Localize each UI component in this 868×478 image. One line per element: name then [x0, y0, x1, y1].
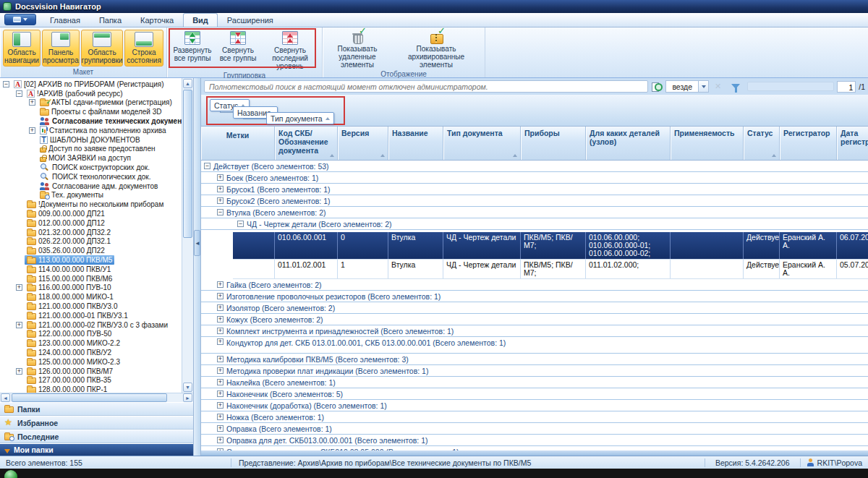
tab-0[interactable]: Главная: [41, 13, 90, 27]
tab-4[interactable]: Расширения: [218, 13, 283, 27]
ribbon-button-collapse-last-level[interactable]: Свернуть последний уровень: [261, 30, 319, 72]
tree-item[interactable]: 009.00.00.000 ДП21: [0, 209, 182, 218]
collapse-icon[interactable]: −: [16, 90, 22, 97]
column-header-2[interactable]: Версия: [338, 127, 388, 160]
expand-icon[interactable]: +: [16, 368, 22, 375]
tree-item[interactable]: ПОИСК конструкторских док.: [0, 163, 182, 172]
ribbon-button-layout-grouping-pane[interactable]: Область группировки: [81, 30, 123, 67]
column-header-7[interactable]: Применяемость: [671, 127, 744, 160]
tree-item[interactable]: 012.00.00.000 ДП12: [0, 218, 182, 228]
search-document-icon[interactable]: [651, 82, 663, 92]
expand-icon[interactable]: +: [217, 414, 224, 420]
tree-item-body[interactable]: 115.00.00.000 ПКВ/М6: [25, 274, 114, 283]
expand-icon[interactable]: +: [217, 379, 224, 385]
column-header-6[interactable]: Для каких деталей (узлов): [586, 127, 671, 160]
ribbon-button-expand-all-groups[interactable]: Развернуть все группы: [170, 30, 215, 64]
collapse-panel-arrow[interactable]: ◄: [194, 230, 200, 256]
tree-item[interactable]: 127.00.00.000 ПКВ-35: [0, 376, 182, 385]
tree-item[interactable]: Согласование технических документов(3: [0, 116, 182, 126]
group-row[interactable]: +Комплект инструмента и принадлежностей …: [201, 325, 868, 337]
tree-item[interactable]: Тех. документы: [0, 191, 182, 200]
expand-icon[interactable]: +: [217, 186, 224, 192]
tab-2[interactable]: Карточка: [131, 13, 183, 27]
tree-item[interactable]: МОИ ЗАЯВКИ на доступ: [0, 153, 182, 163]
tree-item-body[interactable]: 035.26.00.000 ДП22: [25, 246, 107, 255]
tree-item-body[interactable]: 118.00.00.000 МИКО-1: [25, 292, 116, 302]
tree-item[interactable]: Проекты с файлами моделей 3D: [0, 107, 182, 116]
tree-item-body[interactable]: ПОИСК конструкторских док.: [38, 163, 152, 172]
tree-item-body[interactable]: 126.00.00.000 ПКВ/М7: [25, 367, 115, 376]
tree-item-body[interactable]: !Документы по нескольким приборам: [25, 200, 166, 209]
tree-item[interactable]: 113.00.00.000 ПКВ/М5: [0, 255, 182, 265]
group-row[interactable]: +Изолятор (Всего элементов: 2): [201, 302, 868, 314]
group-row[interactable]: +Методика проверки плат индикации (Всего…: [201, 365, 868, 377]
group-row[interactable]: +Кожух (Всего элементов: 2): [201, 314, 868, 325]
ribbon-button-show-deleted-items[interactable]: ✓Показывать удаленные элементы: [326, 30, 389, 70]
tree-item-body[interactable]: 009.00.00.000 ДП21: [25, 209, 107, 218]
group-row[interactable]: +Оправка для наконечника СКБ010.08.05.00…: [201, 446, 868, 456]
tree-item-body[interactable]: Согласование технических документов(3: [38, 116, 182, 126]
tree-item-body[interactable]: 012.00.00.000 ДП12: [25, 218, 107, 228]
tree-item-body[interactable]: Доступ по заявке предоставлен: [38, 145, 158, 154]
tree-item-body[interactable]: 121.00.00.000-01 ПКВ/У3.1: [25, 311, 130, 320]
tab-3[interactable]: Вид: [183, 13, 218, 27]
tree-item-body[interactable]: 113.00.00.000 ПКВ/М5: [25, 255, 114, 265]
tree-item[interactable]: TШАБЛОНЫ ДОКУМЕНТОВ: [0, 135, 182, 145]
expand-icon[interactable]: +: [217, 281, 224, 288]
collapse-icon[interactable]: −: [3, 81, 9, 88]
tree-item[interactable]: +116.00.00.000 ПУВ-10: [0, 283, 182, 293]
group-row[interactable]: +Оправка (Всего элементов: 1): [201, 423, 868, 435]
scroll-left-arrow[interactable]: ◄: [1, 393, 10, 402]
group-row[interactable]: +Наконечник (Всего элементов: 5): [201, 388, 868, 400]
tree-item-body[interactable]: 121.00.00.000-02 ПКВ/У3.0 с 3 фазами: [25, 320, 170, 330]
scrollbar-thumb[interactable]: [183, 90, 192, 238]
group-row[interactable]: +Оправка для дет. СКБ013.00.00.001 (Всег…: [201, 435, 868, 446]
tree-item-body[interactable]: АКТЫ сдачи-приемки (регистрация): [38, 98, 174, 108]
document-row[interactable]: 010.06.00.0010ВтулкаЧД - Чертеж деталиПК…: [233, 232, 868, 260]
column-header-10[interactable]: Дата регистрации: [837, 127, 868, 160]
group-row[interactable]: −Втулка (Всего элементов: 2): [201, 207, 868, 218]
column-header-5[interactable]: Приборы: [521, 127, 586, 160]
tree-item[interactable]: 122.00.00.000 ПУВ-50: [0, 330, 182, 339]
group-row[interactable]: +Ножка (Всего элементов: 1): [201, 411, 868, 423]
tree-item[interactable]: 125.00.00.000 МИКО-2.3: [0, 357, 182, 367]
collapse-icon[interactable]: −: [237, 221, 244, 227]
column-header-0[interactable]: Метки: [201, 127, 275, 160]
group-row[interactable]: +Изготовление проволочных резисторов (Вс…: [201, 291, 868, 302]
tree-item-body[interactable]: 114.00.00.000 ПКВ/У1: [25, 265, 113, 274]
clear-search-icon[interactable]: ✕: [712, 82, 724, 91]
expand-icon[interactable]: +: [217, 367, 224, 374]
nav-button-0[interactable]: Папки: [0, 402, 193, 416]
expand-icon[interactable]: +: [16, 284, 22, 291]
group-row[interactable]: +Методика калибровки ПКВ/М5 (Всего элеме…: [201, 354, 868, 365]
tree-item[interactable]: Доступ по заявке предоставлен: [0, 145, 182, 154]
scroll-right-arrow[interactable]: ►: [183, 393, 192, 402]
panel-splitter[interactable]: ◄: [194, 78, 201, 456]
group-row[interactable]: +Наклейка (Всего элементов: 1): [201, 377, 868, 388]
tree-item[interactable]: 128.00.00.000 ПКР-1: [0, 385, 182, 393]
tree-item-body[interactable]: 127.00.00.000 ПКВ-35: [25, 376, 114, 385]
ribbon-button-layout-navigation-pane[interactable]: Область навигации: [3, 30, 41, 67]
nav-button-3[interactable]: Мои папки: [0, 443, 193, 456]
scrollbar-thumb[interactable]: [12, 393, 167, 402]
application-menu-button[interactable]: [4, 14, 36, 25]
group-row[interactable]: +Гайка (Всего элементов: 2): [201, 279, 868, 291]
tree-item[interactable]: −A!АРХИВ (рабочий ресурс): [0, 89, 182, 98]
current-user[interactable]: RKIT\Popova: [800, 458, 868, 467]
tree-item-body[interactable]: Статистика по наполнению архива: [38, 126, 169, 135]
tree-item[interactable]: 124.00.00.000 ПКВ/У2: [0, 348, 182, 357]
tree-item[interactable]: +АКТЫ сдачи-приемки (регистрация): [0, 98, 182, 108]
tree-item[interactable]: 026.22.00.000 ДП32.1: [0, 237, 182, 247]
expand-icon[interactable]: +: [217, 293, 224, 299]
column-header-9[interactable]: Регистратор: [780, 127, 837, 160]
ribbon-button-layout-preview-pane[interactable]: Панель просмотра: [42, 30, 80, 67]
tree-item-body[interactable]: 122.00.00.000 ПУВ-50: [25, 330, 114, 339]
expand-icon[interactable]: +: [217, 174, 224, 181]
expand-icon[interactable]: +: [217, 390, 224, 397]
tree-item-body[interactable]: 026.22.00.000 ДП32.1: [25, 237, 113, 247]
column-header-1[interactable]: Код СКБ/ Обозначение документа: [275, 127, 338, 160]
tree-item-body[interactable]: A!АРХИВ (рабочий ресурс): [25, 89, 125, 98]
expand-icon[interactable]: +: [217, 425, 224, 432]
column-header-3[interactable]: Название: [388, 127, 443, 160]
collapse-icon[interactable]: −: [204, 163, 210, 169]
